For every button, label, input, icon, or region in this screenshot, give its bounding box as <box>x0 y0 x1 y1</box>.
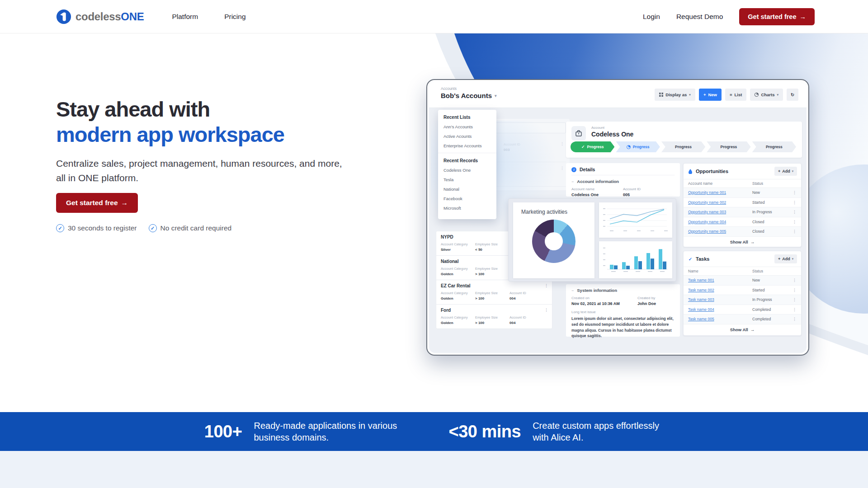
progress-step[interactable]: Progress <box>616 141 660 152</box>
collapse-icon[interactable]: − <box>571 179 574 184</box>
kebab-menu-icon[interactable]: ⋮ <box>793 307 797 312</box>
table-row[interactable]: Opportunity name 003In Progress⋮ <box>684 207 801 217</box>
app-mockup: Accounts Bob's Accounts▾ Display as▾ +Ne… <box>426 79 809 356</box>
field-value: Silver <box>441 248 475 252</box>
progress-step[interactable]: Progress <box>752 141 796 152</box>
kebab-menu-icon[interactable]: ⋮ <box>793 200 797 205</box>
dropdown-item[interactable]: Codeless One <box>443 168 491 173</box>
chevron-down-icon: ▾ <box>792 169 793 173</box>
search-input[interactable] <box>486 122 566 133</box>
step-label: Progress <box>587 145 604 149</box>
show-all-opportunities[interactable]: Show All→ <box>684 237 801 247</box>
table-row[interactable]: Task name 004Completed⋮ <box>684 305 801 315</box>
table-row[interactable]: Opportunity name 005Closed⋮ <box>684 227 801 237</box>
refresh-button[interactable]: ↻ <box>787 89 798 101</box>
record-link[interactable]: Opportunity name 005 <box>688 229 752 234</box>
system-information-panel: − System information Created on Nov 02, … <box>566 284 680 337</box>
record-link[interactable]: Task name 003 <box>688 297 752 302</box>
list-view-button[interactable]: ≡List <box>725 89 746 101</box>
kebab-menu-icon[interactable]: ⋮ <box>544 283 548 288</box>
get-started-button[interactable]: Get started free→ <box>739 8 815 25</box>
logo-text: codelessONE <box>75 10 144 23</box>
hero-get-started-button[interactable]: Get started free→ <box>56 193 138 213</box>
kebab-menu-icon[interactable]: ⋮ <box>544 308 548 312</box>
account-card-field: Employee Size> 100 <box>475 315 509 325</box>
record-link[interactable]: Task name 001 <box>688 278 752 282</box>
kebab-menu-icon[interactable]: ⋮ <box>560 166 564 170</box>
table-row[interactable]: Task name 002Started⋮ <box>684 286 801 296</box>
dropdown-item[interactable]: Facebook <box>443 196 491 201</box>
request-demo-link[interactable]: Request Demo <box>676 13 723 21</box>
record-link[interactable]: Opportunity name 004 <box>688 220 752 224</box>
nav-link-pricing[interactable]: Pricing <box>224 13 245 21</box>
kebab-menu-icon[interactable]: ⋮ <box>793 229 797 234</box>
system-information-section[interactable]: − System information <box>571 288 675 293</box>
table-row[interactable]: Opportunity name 004Closed⋮ <box>684 217 801 227</box>
show-all-tasks[interactable]: Show All→ <box>684 324 801 335</box>
table-row[interactable]: Task name 001New⋮ <box>684 276 801 286</box>
account-card[interactable]: EZ Car RentalAccount CategoryGoldenEmplo… <box>436 280 552 305</box>
kebab-menu-icon[interactable]: ⋮ <box>793 278 797 282</box>
record-link[interactable]: Task name 005 <box>688 317 752 321</box>
table-row[interactable]: Task name 005Completed⋮ <box>684 314 801 324</box>
table-row[interactable]: Opportunity name 002Started⋮ <box>684 198 801 208</box>
account-card[interactable]: FordAccount CategoryGoldenEmployee Size>… <box>436 305 552 328</box>
dropdown-item[interactable]: Active Acounts <box>443 134 491 139</box>
record-link[interactable]: Opportunity name 002 <box>688 200 752 205</box>
arrow-icon: → <box>750 327 755 332</box>
add-task-button[interactable]: + Add ▾ <box>774 254 797 263</box>
tasks-table: NameStatusTask name 001New⋮Task name 002… <box>684 267 801 324</box>
new-button[interactable]: +New <box>699 89 722 101</box>
account-card-field: Employee Size< 50 <box>475 242 509 252</box>
dropdown-item[interactable]: Tesla <box>443 177 491 182</box>
recent-records: Codeless OneTeslaNationalFacebookMicroso… <box>443 168 491 211</box>
dropdown-item[interactable]: Microsoft <box>443 206 491 211</box>
navbar: codelessONE PlatformPricing Login Reques… <box>0 0 868 33</box>
progress-step[interactable]: ✓Progress <box>571 141 614 152</box>
login-link[interactable]: Login <box>643 13 660 21</box>
kebab-menu-icon[interactable]: ⋮ <box>793 190 797 195</box>
dropdown-item[interactable]: Ann's Accounts <box>443 124 491 129</box>
add-opportunity-button[interactable]: + Add ▾ <box>774 167 797 176</box>
kebab-menu-icon[interactable]: ⋮ <box>793 210 797 214</box>
field-label: Account Category <box>441 242 475 246</box>
account-card-field: Employee Size> 100 <box>475 291 509 300</box>
kebab-menu-icon[interactable]: ⋮ <box>560 141 564 146</box>
record-link[interactable]: Task name 002 <box>688 288 752 292</box>
field-label: Long text issue <box>571 310 675 314</box>
dropdown-item[interactable]: Enterprise Accounts <box>443 143 491 148</box>
pie-chart-icon <box>755 93 759 97</box>
nav-links: PlatformPricing <box>172 13 245 21</box>
list-item[interactable]: ⋮ <box>486 162 566 187</box>
nav-link-platform[interactable]: Platform <box>172 13 198 21</box>
hero-benefits: ✓30 seconds to register✓No credit card r… <box>56 224 231 232</box>
progress-step[interactable]: Progress <box>661 141 705 152</box>
account-card-field: Employee Size> 100 <box>475 267 509 276</box>
status-value: Completed <box>752 317 793 321</box>
table-row[interactable]: Opportunity name 001New⋮ <box>684 188 801 198</box>
collapse-icon[interactable]: − <box>571 288 574 293</box>
display-as-button[interactable]: Display as▾ <box>655 89 695 101</box>
check-circle-icon: ✓ <box>56 224 64 232</box>
table-row[interactable]: Task name 003In Progress⋮ <box>684 295 801 305</box>
status-value: Started <box>752 288 793 292</box>
kebab-menu-icon[interactable]: ⋮ <box>793 288 797 292</box>
page-title[interactable]: Bob's Accounts▾ <box>441 92 497 99</box>
kebab-menu-icon[interactable]: ⋮ <box>793 297 797 302</box>
logo[interactable]: codelessONE <box>56 9 144 24</box>
list-item[interactable]: Account ID 003 ⋮ <box>486 138 566 162</box>
account-information-section[interactable]: − Account information <box>571 179 675 184</box>
kebab-menu-icon[interactable]: ⋮ <box>793 317 797 321</box>
grid-icon <box>659 93 663 97</box>
record-link[interactable]: Task name 004 <box>688 307 752 312</box>
recent-dropdown: Recent Lists Ann's AccountsActive Acount… <box>438 110 496 219</box>
record-link[interactable]: Opportunity name 001 <box>688 190 752 195</box>
record-link[interactable]: Opportunity name 003 <box>688 210 752 214</box>
bar-chart <box>601 243 670 276</box>
dropdown-item[interactable]: National <box>443 187 491 192</box>
kebab-menu-icon[interactable]: ⋮ <box>793 220 797 224</box>
chevron-down-icon: ▾ <box>792 257 793 261</box>
charts-button[interactable]: Charts▾ <box>750 89 783 101</box>
progress-step[interactable]: Progress <box>707 141 750 152</box>
step-label: Progress <box>720 145 737 149</box>
